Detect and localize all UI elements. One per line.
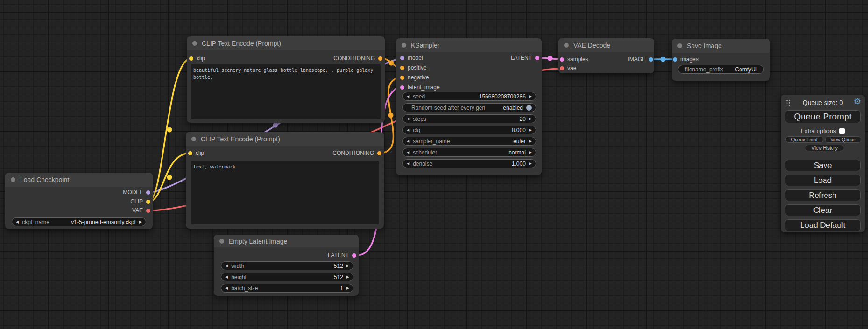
decrement-arrow-icon[interactable] xyxy=(407,151,409,154)
decrement-arrow-icon[interactable] xyxy=(16,220,19,224)
node-empty-latent-image[interactable]: Empty Latent Image LATENT width 512 heig… xyxy=(214,235,359,296)
decrement-arrow-icon[interactable] xyxy=(407,128,409,132)
node-title-bar[interactable]: VAE Decode xyxy=(558,38,654,52)
random-seed-toggle-widget[interactable]: Random seed after every gen enabled xyxy=(402,103,536,112)
node-title-bar[interactable]: KSampler xyxy=(396,38,542,52)
ckpt-name-widget[interactable]: ckpt_name v1-5-pruned-emaonly.ckpt xyxy=(12,217,146,226)
conditioning-port-icon[interactable] xyxy=(400,66,404,70)
node-title-bar[interactable]: Load Checkpoint xyxy=(5,173,153,187)
decrement-arrow-icon[interactable] xyxy=(407,140,409,143)
vae-port-icon[interactable] xyxy=(146,209,150,213)
steps-widget[interactable]: steps 20 xyxy=(402,114,536,123)
toggle-dot-icon[interactable] xyxy=(526,105,532,111)
output-slot-conditioning[interactable]: CONDITIONING xyxy=(332,150,381,156)
output-slot-latent[interactable]: LATENT xyxy=(328,252,356,259)
increment-arrow-icon[interactable] xyxy=(346,287,349,290)
seed-widget[interactable]: seed 156680208700286 xyxy=(402,92,536,101)
save-button[interactable]: Save xyxy=(785,160,861,171)
conditioning-port-icon[interactable] xyxy=(377,151,381,155)
node-vae-decode[interactable]: VAE Decode samples IMAGE vae xyxy=(558,38,654,73)
clear-button[interactable]: Clear xyxy=(785,204,861,216)
increment-arrow-icon[interactable] xyxy=(346,264,349,268)
node-clip-text-encode-negative[interactable]: CLIP Text Encode (Prompt) clip CONDITION… xyxy=(186,132,384,229)
node-save-image[interactable]: Save Image images filename_prefix ComfyU… xyxy=(672,39,770,81)
latent-port-icon[interactable] xyxy=(400,85,404,90)
collapse-dot-icon[interactable] xyxy=(564,43,569,48)
image-port-icon[interactable] xyxy=(673,57,677,62)
denoise-widget[interactable]: denoise 1.000 xyxy=(402,159,536,168)
collapse-dot-icon[interactable] xyxy=(402,43,406,48)
increment-arrow-icon[interactable] xyxy=(139,220,142,224)
prompt-textarea[interactable]: text, watermark xyxy=(191,161,379,224)
output-slot-image[interactable]: IMAGE xyxy=(628,56,653,63)
decrement-arrow-icon[interactable] xyxy=(407,162,409,166)
output-slot-vae[interactable]: VAE xyxy=(132,207,150,214)
collapse-dot-icon[interactable] xyxy=(677,43,682,48)
conditioning-port-icon[interactable] xyxy=(400,76,404,80)
decrement-arrow-icon[interactable] xyxy=(225,275,228,279)
node-title-bar[interactable]: CLIP Text Encode (Prompt) xyxy=(186,132,384,146)
node-title-bar[interactable]: Empty Latent Image xyxy=(214,235,359,247)
node-title-bar[interactable]: Save Image xyxy=(672,39,770,53)
increment-arrow-icon[interactable] xyxy=(529,117,532,121)
node-graph-canvas[interactable]: Load Checkpoint MODEL CLIP VAE ckpt_name… xyxy=(0,0,868,329)
latent-port-icon[interactable] xyxy=(560,57,564,62)
clip-port-icon[interactable] xyxy=(146,200,150,204)
queue-front-button[interactable]: Queue Front xyxy=(785,136,823,143)
latent-port-icon[interactable] xyxy=(352,253,356,258)
settings-gear-icon[interactable] xyxy=(854,98,861,105)
increment-arrow-icon[interactable] xyxy=(529,128,532,132)
filename-prefix-widget[interactable]: filename_prefix ComfyUI xyxy=(678,65,764,74)
output-slot-latent[interactable]: LATENT xyxy=(511,55,539,61)
increment-arrow-icon[interactable] xyxy=(529,151,532,154)
image-port-icon[interactable] xyxy=(649,57,653,62)
model-port-icon[interactable] xyxy=(146,190,150,195)
output-slot-clip[interactable]: CLIP xyxy=(130,198,150,205)
input-slot-clip[interactable]: clip xyxy=(188,150,204,156)
node-load-checkpoint[interactable]: Load Checkpoint MODEL CLIP VAE ckpt_name… xyxy=(5,173,153,229)
input-slot-latent-image[interactable]: latent_image xyxy=(400,84,440,91)
load-default-button[interactable]: Load Default xyxy=(785,219,861,231)
input-slot-vae[interactable]: vae xyxy=(560,65,576,71)
node-title-bar[interactable]: CLIP Text Encode (Prompt) xyxy=(187,36,385,50)
input-slot-images[interactable]: images xyxy=(673,56,699,63)
sampler-name-widget[interactable]: sampler_name euler xyxy=(402,137,536,146)
collapse-dot-icon[interactable] xyxy=(191,137,196,141)
decrement-arrow-icon[interactable] xyxy=(407,117,409,121)
view-history-button[interactable]: View History xyxy=(805,145,844,151)
width-widget[interactable]: width 512 xyxy=(221,261,353,270)
view-queue-button[interactable]: View Queue xyxy=(825,136,861,143)
conditioning-port-icon[interactable] xyxy=(378,56,382,61)
vae-port-icon[interactable] xyxy=(560,66,564,70)
increment-arrow-icon[interactable] xyxy=(346,275,349,279)
decrement-arrow-icon[interactable] xyxy=(225,287,228,290)
model-port-icon[interactable] xyxy=(400,56,404,60)
cfg-widget[interactable]: cfg 8.000 xyxy=(402,126,536,134)
node-clip-text-encode-positive[interactable]: CLIP Text Encode (Prompt) clip CONDITION… xyxy=(187,36,385,123)
clip-port-icon[interactable] xyxy=(189,56,193,61)
increment-arrow-icon[interactable] xyxy=(529,140,532,143)
output-slot-model[interactable]: MODEL xyxy=(123,189,150,196)
input-slot-model[interactable]: model xyxy=(400,55,423,61)
input-slot-samples[interactable]: samples xyxy=(560,56,588,63)
collapse-dot-icon[interactable] xyxy=(192,41,197,46)
input-slot-positive[interactable]: positive xyxy=(400,64,427,71)
load-button[interactable]: Load xyxy=(785,175,861,186)
latent-port-icon[interactable] xyxy=(535,56,539,60)
refresh-button[interactable]: Refresh xyxy=(785,189,861,201)
scheduler-widget[interactable]: scheduler normal xyxy=(402,148,536,157)
input-slot-negative[interactable]: negative xyxy=(400,74,429,81)
extra-options-checkbox[interactable] xyxy=(839,128,845,134)
increment-arrow-icon[interactable] xyxy=(529,95,532,98)
queue-prompt-button[interactable]: Queue Prompt xyxy=(785,110,861,123)
increment-arrow-icon[interactable] xyxy=(529,162,532,166)
batch-size-widget[interactable]: batch_size 1 xyxy=(221,284,353,293)
input-slot-clip[interactable]: clip xyxy=(189,55,205,62)
collapse-dot-icon[interactable] xyxy=(11,177,15,182)
collapse-dot-icon[interactable] xyxy=(219,239,224,244)
node-ksampler[interactable]: KSampler model LATENT positive negative … xyxy=(396,38,542,175)
decrement-arrow-icon[interactable] xyxy=(225,264,228,268)
height-widget[interactable]: height 512 xyxy=(221,273,353,281)
output-slot-conditioning[interactable]: CONDITIONING xyxy=(333,55,382,62)
prompt-textarea[interactable]: beautiful scenery nature glass bottle la… xyxy=(191,64,381,119)
